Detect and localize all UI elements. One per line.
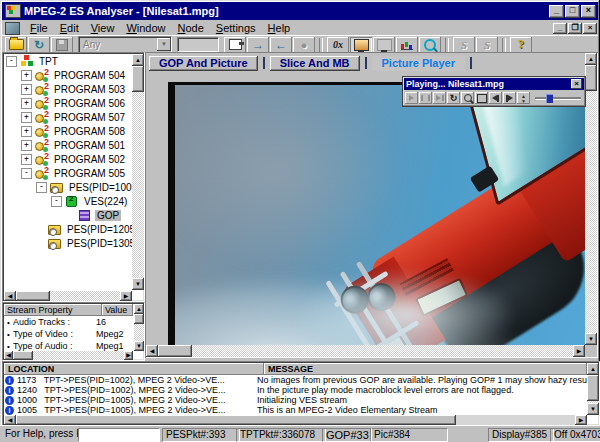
- menu-node[interactable]: Node: [172, 22, 210, 34]
- expand-toggle[interactable]: +: [21, 70, 32, 81]
- chart-view-button[interactable]: [396, 37, 418, 53]
- scroll-right-button[interactable]: ▶: [124, 351, 133, 360]
- frame-button[interactable]: [475, 92, 488, 104]
- scroll-down-button[interactable]: ▼: [585, 333, 597, 345]
- scroll-down-button[interactable]: ▼: [134, 341, 144, 351]
- tree-item[interactable]: +PROGRAM 503: [4, 82, 132, 96]
- position-slider[interactable]: [535, 92, 583, 104]
- log-vertical-scrollbar[interactable]: ▲▼: [587, 363, 599, 415]
- menu-settings[interactable]: Settings: [210, 22, 262, 34]
- scroll-up-button[interactable]: ▲: [134, 304, 144, 314]
- help-button[interactable]: ?: [510, 37, 532, 53]
- scroll-up-button[interactable]: ▲: [587, 363, 599, 375]
- save-button[interactable]: [51, 37, 73, 53]
- refresh-button[interactable]: ↻: [28, 37, 50, 53]
- stream-prev-button[interactable]: S: [453, 37, 475, 53]
- scrollbar-thumb[interactable]: [585, 65, 597, 91]
- tree-item[interactable]: -PES(PID=1005), MPEG 2 V: [4, 180, 132, 194]
- hex-view-button[interactable]: 0x: [327, 37, 349, 53]
- location-column-header[interactable]: LOCATION: [4, 363, 264, 375]
- loop-button[interactable]: ↻: [447, 92, 460, 104]
- menu-help[interactable]: Help: [262, 22, 297, 34]
- filter-combobox[interactable]: Any ▼: [78, 36, 172, 53]
- log-row[interactable]: i1173 TPT->PES(PID=1002), MPEG 2 Video->…: [4, 375, 587, 385]
- menu-window[interactable]: Window: [120, 22, 171, 34]
- property-row[interactable]: •Audio Tracks :16: [4, 316, 133, 328]
- collapse-toggle[interactable]: -: [21, 168, 32, 179]
- tree-item[interactable]: -TPT: [4, 54, 132, 68]
- scroll-right-button[interactable]: ▶: [573, 345, 585, 357]
- scroll-up-button[interactable]: ▲: [585, 53, 597, 65]
- open-button[interactable]: [5, 37, 27, 53]
- tree-item[interactable]: +PROGRAM 508: [4, 124, 132, 138]
- goto-packet-button[interactable]: [224, 37, 246, 53]
- next-frame-button[interactable]: [503, 92, 516, 104]
- scroll-down-button[interactable]: ▼: [587, 403, 599, 415]
- expand-toggle[interactable]: +: [21, 98, 32, 109]
- play-button[interactable]: [405, 92, 418, 104]
- tab-1[interactable]: Slice And MB: [270, 56, 360, 71]
- main-horizontal-scrollbar[interactable]: ◀▶: [146, 345, 585, 357]
- combo-dropdown-button[interactable]: ▼: [157, 38, 171, 51]
- log-horizontal-scrollbar[interactable]: ◀▶: [4, 415, 587, 425]
- scrollbar-thumb[interactable]: [16, 415, 456, 425]
- player-zoom-button[interactable]: [461, 92, 474, 104]
- tree-item[interactable]: +PROGRAM 507: [4, 110, 132, 124]
- scrollbar-thumb[interactable]: [158, 345, 192, 357]
- message-column-header[interactable]: MESSAGE: [264, 363, 587, 375]
- forward-button[interactable]: →: [247, 37, 269, 53]
- scroll-left-button[interactable]: ◀: [4, 351, 13, 360]
- maximize-button[interactable]: □: [565, 5, 580, 18]
- menu-view[interactable]: View: [85, 22, 121, 34]
- log-row[interactable]: i1000 TPT->PES(PID=1005), MPEG 2 Video->…: [4, 395, 587, 405]
- tab-0[interactable]: GOP And Picture: [149, 56, 258, 71]
- collapse-toggle[interactable]: -: [51, 196, 62, 207]
- scroll-right-button[interactable]: ▶: [120, 291, 132, 301]
- scrollbar-thumb[interactable]: [587, 375, 599, 401]
- zoom-view-button[interactable]: [419, 37, 441, 53]
- scrollbar-thumb[interactable]: [134, 314, 144, 324]
- scrollbar-thumb[interactable]: [16, 291, 50, 301]
- close-button[interactable]: ×: [581, 5, 596, 18]
- scroll-down-button[interactable]: ▼: [132, 278, 144, 290]
- props-horizontal-scrollbar[interactable]: ◀▶: [4, 351, 133, 360]
- collapse-toggle[interactable]: -: [6, 56, 17, 67]
- slice-view-button[interactable]: [373, 37, 395, 53]
- tree-item[interactable]: +PROGRAM 501: [4, 138, 132, 152]
- prev-frame-button[interactable]: [489, 92, 502, 104]
- tree-item[interactable]: GOP: [4, 208, 132, 222]
- scroll-left-button[interactable]: ◀: [4, 415, 16, 425]
- tree-item[interactable]: +PROGRAM 502: [4, 152, 132, 166]
- child-close-button[interactable]: ×: [583, 23, 597, 34]
- player-popup[interactable]: Playing... Nilesat1.mpg × ↻ ▲▼: [403, 77, 585, 106]
- property-row[interactable]: •Type of Audio :Mpeg1: [4, 340, 133, 351]
- tree-item[interactable]: +PROGRAM 504: [4, 68, 132, 82]
- log-row[interactable]: i1005 TPT->PES(PID=1005), MPEG 2 Video->…: [4, 405, 587, 415]
- player-title-bar[interactable]: Playing... Nilesat1.mpg ×: [404, 78, 584, 90]
- log-row[interactable]: i1240 TPT->PES(PID=1002), MPEG 2 Video->…: [4, 385, 587, 395]
- scroll-left-button[interactable]: ◀: [146, 345, 158, 357]
- menu-edit[interactable]: Edit: [54, 22, 85, 34]
- pause-button[interactable]: [419, 92, 432, 104]
- tree-item[interactable]: -PROGRAM 505: [4, 166, 132, 180]
- tree-horizontal-scrollbar[interactable]: ◀▶: [4, 291, 132, 301]
- child-minimize-button[interactable]: _: [553, 23, 567, 34]
- player-close-button[interactable]: ×: [571, 79, 582, 89]
- scroll-right-button[interactable]: ▶: [575, 415, 587, 425]
- slider-thumb[interactable]: [546, 94, 553, 103]
- expand-toggle[interactable]: +: [21, 154, 32, 165]
- scrollbar-thumb[interactable]: [132, 66, 144, 92]
- tree-item[interactable]: PES(PID=1305), MPEG 2 A: [4, 236, 132, 250]
- expand-toggle[interactable]: +: [21, 84, 32, 95]
- stream-next-button[interactable]: S: [476, 37, 498, 53]
- tab-2[interactable]: Picture Player: [372, 56, 465, 71]
- props-vertical-scrollbar[interactable]: ▲▼: [134, 304, 144, 351]
- tree-item[interactable]: -VES(224): [4, 194, 132, 208]
- minimize-button[interactable]: _: [549, 5, 564, 18]
- scroll-left-button[interactable]: ◀: [4, 291, 16, 301]
- expand-toggle[interactable]: +: [21, 126, 32, 137]
- record-button[interactable]: ●: [293, 37, 315, 53]
- property-row[interactable]: •Type of Video :Mpeg2: [4, 328, 133, 340]
- menu-file[interactable]: File: [24, 22, 54, 34]
- collapse-toggle[interactable]: -: [36, 182, 47, 193]
